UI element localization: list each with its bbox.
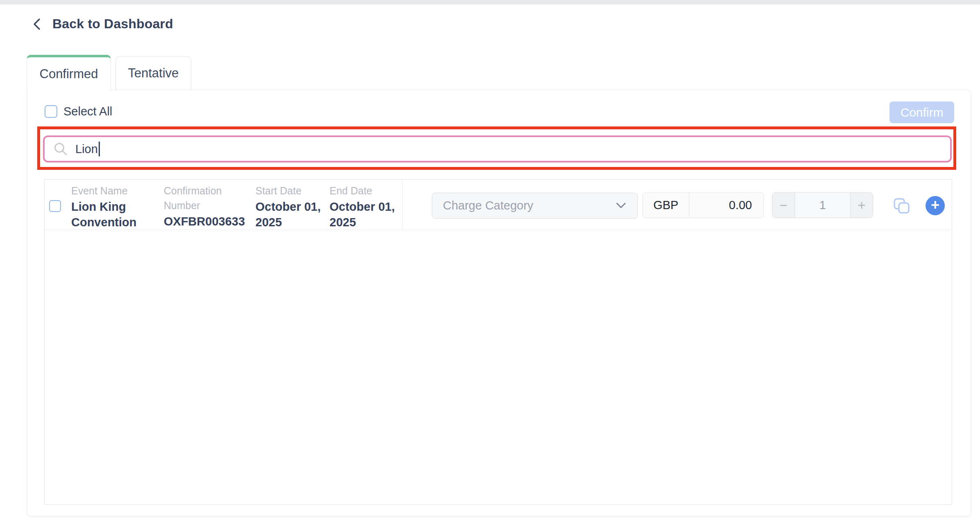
amount-field[interactable]: 0.00	[689, 193, 763, 218]
charge-category-select[interactable]: Charge Category	[432, 193, 638, 219]
quantity-value[interactable]: 1	[795, 193, 850, 218]
confirmation-number-value: OXFBR003633	[164, 214, 251, 229]
page: Back to Dashboard Confirmed Tentative Se…	[0, 0, 980, 523]
text-caret	[99, 142, 100, 156]
search-value: Lion	[75, 142, 98, 156]
select-all-label: Select All	[63, 105, 112, 118]
end-date-label: End Date	[330, 183, 401, 198]
event-name-label: Event Name	[71, 183, 141, 198]
select-all-control: Select All	[45, 105, 112, 118]
start-date-value: October 01, 2025	[255, 199, 327, 230]
event-name-value: Lion King Convention	[71, 199, 141, 230]
end-date-value: October 01, 2025	[330, 199, 401, 230]
confirm-button[interactable]: Confirm	[890, 101, 954, 123]
chevron-left-icon	[31, 17, 43, 31]
tab-tentative-label: Tentative	[128, 66, 178, 81]
charge-category-placeholder: Charge Category	[443, 199, 533, 212]
duplicate-charge-button[interactable]	[893, 198, 911, 214]
tab-confirmed-label: Confirmed	[40, 67, 98, 81]
start-date-label: Start Date	[255, 183, 327, 198]
tab-tentative[interactable]: Tentative	[115, 56, 191, 90]
quantity-decrease-button[interactable]: −	[772, 193, 795, 218]
search-input[interactable]: Lion	[43, 135, 952, 162]
confirmation-number-label: Confirmation Number	[164, 183, 251, 213]
end-date-cell: End Date October 01, 2025	[330, 183, 401, 230]
row-divider	[402, 180, 403, 230]
add-charge-button[interactable]: +	[926, 196, 945, 215]
confirmation-number-cell: Confirmation Number OXFBR003633	[164, 183, 251, 229]
plus-icon: +	[931, 196, 939, 214]
top-bar	[0, 0, 980, 5]
tab-confirmed[interactable]: Confirmed	[27, 55, 111, 91]
quantity-increase-button[interactable]: +	[850, 193, 873, 218]
bookings-list: Event Name Lion King Convention Confirma…	[44, 179, 952, 505]
event-name-cell: Event Name Lion King Convention	[71, 183, 141, 230]
back-to-dashboard-label: Back to Dashboard	[52, 16, 173, 32]
quantity-stepper: − 1 +	[772, 192, 873, 218]
chevron-down-icon	[615, 202, 627, 210]
select-all-checkbox[interactable]	[45, 105, 57, 118]
charge-amount-group: GBP 0.00	[642, 192, 764, 218]
row-checkbox[interactable]	[49, 200, 61, 212]
booking-row: Event Name Lion King Convention Confirma…	[45, 180, 952, 230]
search-icon	[53, 142, 68, 156]
back-to-dashboard-link[interactable]: Back to Dashboard	[31, 16, 173, 32]
start-date-cell: Start Date October 01, 2025	[255, 183, 327, 230]
copy-icon	[893, 198, 911, 214]
currency-code: GBP	[643, 193, 689, 218]
